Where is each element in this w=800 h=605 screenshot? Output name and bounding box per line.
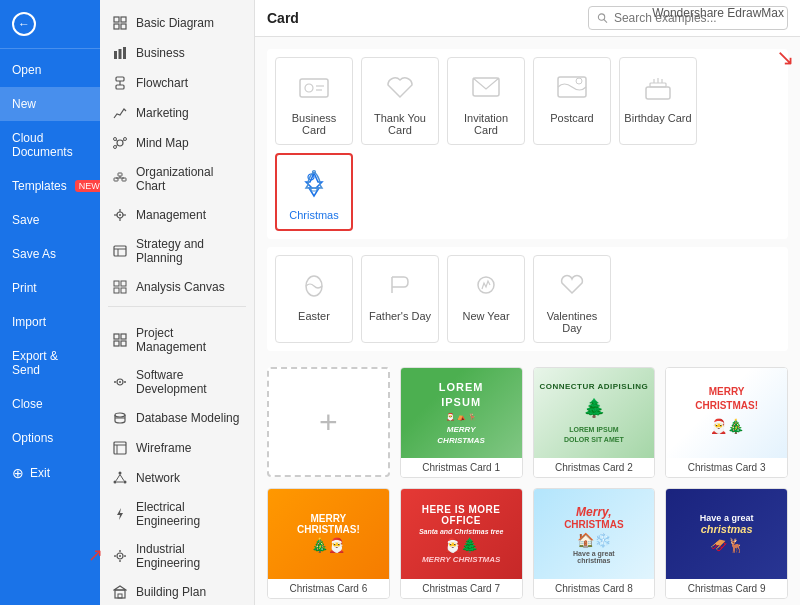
svg-rect-1: [121, 17, 126, 22]
strategy-icon: [112, 243, 128, 259]
exit-label: Exit: [30, 466, 50, 480]
sidebar-item-close[interactable]: Close: [0, 387, 100, 421]
sidebar-item-save[interactable]: Save: [0, 203, 100, 237]
svg-point-83: [598, 14, 604, 20]
svg-rect-32: [121, 281, 126, 286]
business-card-label: Business Card: [280, 112, 348, 136]
svg-marker-62: [114, 586, 126, 590]
svg-point-49: [114, 481, 117, 484]
svg-point-15: [114, 146, 117, 149]
cat-building[interactable]: Building Plan: [100, 577, 254, 605]
mindmap-label: Mind Map: [136, 136, 189, 150]
cat-icon-postcard[interactable]: Postcard: [533, 57, 611, 145]
page-title: Card: [267, 10, 299, 26]
cat-basic-diagram[interactable]: Basic Diagram: [100, 8, 254, 38]
cat-icon-easter[interactable]: Easter: [275, 255, 353, 343]
cat-flowchart[interactable]: Flowchart: [100, 68, 254, 98]
cat-mindmap[interactable]: Mind Map: [100, 128, 254, 158]
save-label: Save: [12, 213, 39, 227]
svg-rect-36: [121, 334, 126, 339]
add-new-card[interactable]: +: [267, 367, 390, 477]
template-card-xmas9[interactable]: Have a great christmas 🛷🦌 Christmas Card…: [665, 488, 788, 599]
svg-point-101: [478, 277, 494, 293]
template-card-xmas8[interactable]: Merry, CHRISTMAS 🏠❄️ Have a greatchristm…: [533, 488, 656, 599]
sidebar-item-saveas[interactable]: Save As: [0, 237, 100, 271]
svg-rect-31: [114, 281, 119, 286]
svg-point-23: [119, 214, 121, 216]
svg-rect-6: [123, 47, 126, 59]
cat-orgchart[interactable]: Organizational Chart: [100, 158, 254, 200]
industrial-label: Industrial Engineering: [136, 542, 242, 570]
svg-rect-37: [114, 341, 119, 346]
cat-industrial[interactable]: Industrial Engineering: [100, 535, 254, 577]
cat-icon-valentines[interactable]: Valentines Day: [533, 255, 611, 343]
orgchart-label: Organizational Chart: [136, 165, 242, 193]
svg-rect-57: [119, 550, 120, 552]
cat-network[interactable]: Network: [100, 463, 254, 493]
new-year-label: New Year: [462, 310, 509, 322]
network-label: Network: [136, 471, 180, 485]
basic-diagram-icon: [112, 15, 128, 31]
category-icons-row: Business Card Thank You Card: [267, 49, 788, 239]
template-card-xmas7[interactable]: HERE IS MORE OFFICE Santa and Christmas …: [400, 488, 523, 599]
invitation-icon: [462, 66, 510, 108]
cat-icon-fathers-day[interactable]: Father's Day: [361, 255, 439, 343]
sidebar-item-exit[interactable]: ⊕ Exit: [0, 455, 100, 491]
cat-strategy[interactable]: Strategy and Planning: [100, 230, 254, 272]
cat-software[interactable]: Software Development: [100, 361, 254, 403]
xmas7-name: Christmas Card 7: [401, 579, 522, 598]
svg-marker-54: [117, 508, 123, 520]
svg-rect-45: [114, 442, 126, 454]
svg-point-48: [119, 472, 122, 475]
cat-icon-birthday[interactable]: Birthday Card: [619, 57, 697, 145]
cat-electrical[interactable]: Electrical Engineering: [100, 493, 254, 535]
project-label: Project Management: [136, 326, 242, 354]
birthday-label: Birthday Card: [624, 112, 691, 124]
sidebar-item-templates[interactable]: Templates NEW: [0, 169, 100, 203]
back-button[interactable]: ←: [0, 0, 100, 49]
xmas9-name: Christmas Card 9: [666, 579, 787, 598]
management-label: Management: [136, 208, 206, 222]
cat-management[interactable]: Management: [100, 200, 254, 230]
strategy-label: Strategy and Planning: [136, 237, 242, 265]
template-card-xmas6[interactable]: MERRY CHRISTMAS! 🎄🎅 Christmas Card 6: [267, 488, 390, 599]
divider-1: [108, 306, 246, 307]
cat-icon-invitation[interactable]: Invitation Card: [447, 57, 525, 145]
cat-analysis[interactable]: Analysis Canvas: [100, 272, 254, 302]
thank-you-label: Thank You Card: [366, 112, 434, 136]
cat-icon-business-card[interactable]: Business Card: [275, 57, 353, 145]
template-card-xmas3[interactable]: MERRY CHRISTMAS! 🎅🎄 Christmas Card 3: [665, 367, 788, 478]
cat-database[interactable]: Database Modeling: [100, 403, 254, 433]
svg-rect-58: [119, 560, 120, 562]
cloud-label: Cloud Documents: [12, 131, 88, 159]
xmas6-name: Christmas Card 6: [268, 579, 389, 598]
sidebar-item-open[interactable]: Open: [0, 53, 100, 87]
fathers-day-icon: [376, 264, 424, 306]
template-grid: + LOREM IPSUM 🎅 ⛺ 🦌 MERRYCHRISTMAS: [267, 367, 788, 605]
sidebar-item-print[interactable]: Print: [0, 271, 100, 305]
valentines-label: Valentines Day: [538, 310, 606, 334]
sidebar-item-import[interactable]: Import: [0, 305, 100, 339]
cat-wireframe[interactable]: Wireframe: [100, 433, 254, 463]
svg-point-13: [124, 138, 127, 141]
thank-you-icon: [376, 66, 424, 108]
cat-business[interactable]: Business: [100, 38, 254, 68]
svg-rect-2: [114, 24, 119, 29]
cat-project[interactable]: Project Management: [100, 319, 254, 361]
template-card-xmas2[interactable]: CONNECTUR ADIPISLING 🌲 LOREM IPSUMDOLOR …: [533, 367, 656, 478]
sidebar-item-cloud[interactable]: Cloud Documents: [0, 121, 100, 169]
cat-icon-thank-you[interactable]: Thank You Card: [361, 57, 439, 145]
sidebar-item-export[interactable]: Export & Send: [0, 339, 100, 387]
cat-icon-christmas[interactable]: Christmas: [275, 153, 353, 231]
templates-label: Templates: [12, 179, 67, 193]
sidebar-item-options[interactable]: Options: [0, 421, 100, 455]
template-card-xmas1[interactable]: LOREM IPSUM 🎅 ⛺ 🦌 MERRYCHRISTMAS Christm…: [400, 367, 523, 478]
christmas-label: Christmas: [289, 209, 339, 221]
cat-marketing[interactable]: Marketing: [100, 98, 254, 128]
easter-label: Easter: [298, 310, 330, 322]
options-label: Options: [12, 431, 53, 445]
sidebar-item-new[interactable]: New: [0, 87, 100, 121]
network-icon: [112, 470, 128, 486]
cat-icon-new-year[interactable]: New Year: [447, 255, 525, 343]
svg-rect-34: [121, 288, 126, 293]
